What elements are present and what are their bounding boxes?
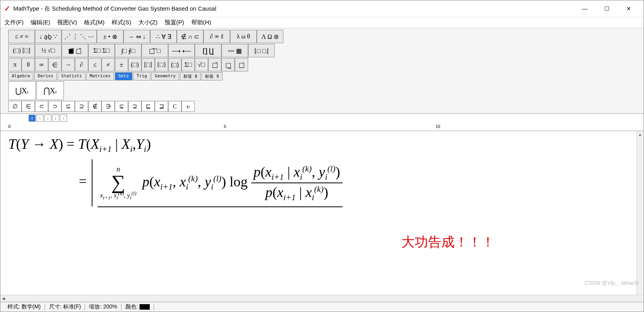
template-subscript[interactable]: ■̅ □̄: [62, 44, 88, 57]
tmpl-sqrt[interactable]: √□: [195, 58, 208, 71]
maximize-button[interactable]: ☐: [596, 3, 618, 15]
symbol-operators[interactable]: ± • ⊗: [97, 30, 123, 43]
align-icon-1[interactable]: t: [29, 115, 36, 122]
sym-supseteq[interactable]: ⊇: [75, 101, 88, 112]
ruler-mark-10: 10: [435, 124, 440, 129]
scrollbar-vertical[interactable]: ▲: [637, 131, 644, 295]
template-arrows[interactable]: ⟶ ⟵: [168, 44, 195, 57]
template-overbar[interactable]: □̄ ⃗□: [141, 44, 168, 57]
tmpl-paren[interactable]: (□): [128, 58, 141, 71]
symbol-greek-upper[interactable]: Λ Ω ⊛: [257, 30, 283, 43]
sym-theta[interactable]: θ: [22, 58, 35, 71]
template-floor[interactable]: ⌊□ □⌋: [248, 44, 275, 57]
tmpl-brace[interactable]: {□}: [155, 58, 168, 71]
template-summation[interactable]: Σ□ Σ□: [88, 44, 115, 57]
sym-pi[interactable]: π: [8, 58, 22, 71]
symbol-relations[interactable]: ≤ ≠ ≈: [8, 30, 35, 43]
template-intersection[interactable]: ⋂Xᵢ: [36, 81, 64, 100]
sym-leq[interactable]: ≤: [88, 58, 102, 71]
sym-supsetneq[interactable]: ⊋: [128, 101, 141, 112]
ruler-mark-5: 5: [224, 124, 226, 129]
tab-8[interactable]: 标签 8: [180, 72, 201, 80]
large-templates: ⋃Xᵢ ⋂Xᵢ: [8, 81, 636, 100]
status-zoom[interactable]: 缩放: 200%: [85, 303, 122, 310]
menu-file[interactable]: 文件(F): [4, 19, 24, 26]
status-color[interactable]: 颜色:: [122, 303, 154, 310]
sym-sqsubset[interactable]: ⊑: [141, 101, 155, 112]
sym-arrow[interactable]: →: [62, 58, 75, 71]
symbol-dots[interactable]: ⋰ ⋮ ⋱ ⋯: [62, 30, 97, 43]
sym-notin[interactable]: ∉: [88, 101, 102, 112]
small-symbols: ∅ ∈ ⊂ ⊃ ⊆ ⊇ ∉ ∋ ⊊ ⊋ ⊑ ⊒ C ᵾ: [8, 101, 636, 112]
tab-sets[interactable]: Sets: [115, 72, 132, 80]
menu-view[interactable]: 视图(V): [57, 19, 77, 26]
menu-style[interactable]: 样式(S): [112, 19, 131, 26]
scrollbar-horizontal[interactable]: ◀: [0, 295, 644, 302]
menu-help[interactable]: 帮助(H): [191, 19, 211, 26]
minimize-button[interactable]: —: [574, 3, 596, 15]
sym-sqsupset[interactable]: ⊒: [155, 101, 168, 112]
toolbar-row-3: π θ ∞ ∈ → ∂ ≤ ≠ ± (□) [□] {□} ⟨□⟩ Σ□ √□ …: [8, 58, 636, 71]
tmpl-under[interactable]: □̲: [221, 58, 235, 71]
scroll-left-icon[interactable]: ◀: [0, 296, 7, 302]
tab-trig[interactable]: Trig: [133, 72, 151, 80]
menu-preset[interactable]: 预置(P): [165, 19, 184, 26]
align-icon-5[interactable]: ↑: [60, 115, 67, 122]
sym-neq[interactable]: ≠: [102, 58, 115, 71]
status-size[interactable]: 尺寸: 标准(F): [45, 303, 85, 310]
sym-pm[interactable]: ±: [115, 58, 128, 71]
tmpl-dot[interactable]: □̇: [235, 58, 248, 71]
symbol-spaces[interactable]: ↓ a̱ḇ ∵: [35, 30, 62, 43]
sym-in[interactable]: ∈: [48, 58, 62, 71]
scroll-up-icon[interactable]: ▲: [637, 131, 643, 138]
red-annotation: 大功告成！！！: [401, 233, 495, 251]
toolbar-area: ≤ ≠ ≈ ↓ a̱ḇ ∵ ⋰ ⋮ ⋱ ⋯ ± • ⊗ → ⇔ ↓ ∴ ∀ ∃ …: [0, 28, 644, 114]
tab-derivs[interactable]: Derivs: [34, 72, 57, 80]
sym-infty[interactable]: ∞: [35, 58, 48, 71]
tmpl-bracket[interactable]: [□]: [141, 58, 155, 71]
sym-partial[interactable]: ∂: [75, 58, 88, 71]
template-products[interactable]: ∏̲ ∐̲: [195, 44, 221, 57]
ruler[interactable]: 0 5 10: [0, 122, 644, 131]
tab-statistics[interactable]: Statisti: [58, 72, 85, 80]
align-icon-2[interactable]: ↑: [36, 115, 44, 122]
tab-geometry[interactable]: Geometry: [151, 72, 179, 80]
template-fractions[interactable]: ½ √□: [35, 44, 62, 57]
sym-emptyset[interactable]: ∅: [8, 101, 22, 112]
tmpl-bar[interactable]: □̄: [208, 58, 221, 71]
close-button[interactable]: ✕: [618, 3, 640, 15]
tmpl-angle[interactable]: ⟨□⟩: [168, 58, 181, 71]
sym-complement[interactable]: C: [168, 101, 181, 112]
sym-cup[interactable]: ᵾ: [181, 101, 195, 112]
sym-subseteq[interactable]: ⊆: [62, 101, 75, 112]
sym-ni[interactable]: ∋: [102, 101, 115, 112]
template-fences[interactable]: (□) [□]: [8, 44, 35, 57]
symbol-set[interactable]: ∉ ∩ ⊂: [177, 30, 203, 43]
tab-9[interactable]: 标签 9: [201, 72, 222, 80]
category-tabs: Algebra Derivs Statisti Matrices Sets Tr…: [8, 72, 636, 80]
symbol-greek-lower[interactable]: λ ω θ: [230, 30, 257, 43]
editor-area[interactable]: ▲ T(Y → X) = T(Xi+1 | Xi,Yi) = n ∑ xi+1,…: [0, 131, 644, 295]
tmpl-sum[interactable]: Σ□: [181, 58, 195, 71]
sym-subset[interactable]: ⊂: [35, 101, 48, 112]
status-style[interactable]: 样式: 数学(M): [4, 303, 45, 310]
template-integral[interactable]: ∫□ ∮□: [115, 44, 141, 57]
equation-content[interactable]: T(Y → X) = T(Xi+1 | Xi,Yi) = n ∑ xi+1, x…: [8, 135, 636, 207]
template-row-1: (□) [□] ½ √□ ■̅ □̄ Σ□ Σ□ ∫□ ∮□ □̄ ⃗□ ⟶ ⟵…: [8, 44, 636, 57]
align-icon-3[interactable]: ↓: [44, 115, 51, 122]
tab-algebra[interactable]: Algebra: [8, 72, 33, 80]
align-icon-4[interactable]: ↕: [52, 115, 59, 122]
template-union[interactable]: ⋃Xᵢ: [8, 81, 36, 100]
symbol-logic[interactable]: ∴ ∀ ∃: [150, 30, 177, 43]
sym-subsetneq[interactable]: ⊊: [115, 101, 128, 112]
tab-matrices[interactable]: Matrices: [86, 72, 114, 80]
sym-element[interactable]: ∈: [22, 101, 35, 112]
symbol-misc[interactable]: ∂ ∞ ℓ: [203, 30, 230, 43]
color-swatch[interactable]: [140, 304, 150, 310]
menu-format[interactable]: 格式(M): [84, 19, 105, 26]
sym-supset[interactable]: ⊃: [48, 101, 62, 112]
menu-size[interactable]: 大小(Z): [138, 19, 158, 26]
symbol-arrows[interactable]: → ⇔ ↓: [123, 30, 150, 43]
template-matrix[interactable]: ▫▫▫ ▦: [221, 44, 248, 57]
menu-edit[interactable]: 编辑(E): [31, 19, 50, 26]
